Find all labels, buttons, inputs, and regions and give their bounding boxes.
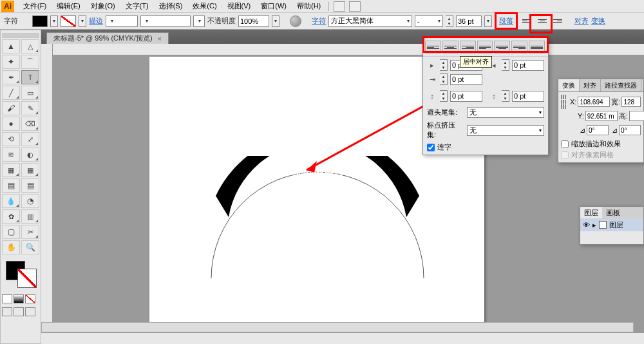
- perspective-tool[interactable]: ▦: [21, 163, 39, 177]
- align-pixel-checkbox[interactable]: 对齐像素网格: [561, 150, 641, 160]
- space-after-input[interactable]: [512, 91, 544, 102]
- draw-behind[interactable]: [14, 307, 24, 316]
- menu-edit[interactable]: 编辑(E): [52, 0, 86, 12]
- warp-tool[interactable]: ◐: [21, 148, 39, 162]
- brush-tool[interactable]: 🖌: [2, 101, 20, 115]
- stroke-swatch[interactable]: [61, 15, 76, 27]
- pencil-tool[interactable]: ✎: [21, 101, 39, 115]
- dock-handle[interactable]: [2, 33, 39, 38]
- slice-tool[interactable]: ✂: [21, 225, 39, 239]
- paragraph-link[interactable]: 段落: [495, 12, 518, 30]
- tab-transform[interactable]: 变换: [558, 79, 580, 91]
- draw-normal[interactable]: [2, 307, 12, 316]
- tab-layers[interactable]: 图层: [580, 207, 602, 218]
- menu-type[interactable]: 文字(T): [120, 0, 154, 12]
- visibility-icon[interactable]: 👁: [583, 221, 590, 229]
- size-spinner[interactable]: ▲▼: [446, 15, 453, 27]
- opacity-dd[interactable]: [272, 15, 279, 27]
- transform-link[interactable]: 变换: [591, 16, 605, 26]
- gradient-mode[interactable]: [14, 294, 24, 303]
- scale-strokes-input[interactable]: [561, 140, 569, 148]
- menu-select[interactable]: 选择(S): [154, 0, 188, 12]
- draw-inside[interactable]: [25, 307, 35, 316]
- menu-file[interactable]: 文件(F): [18, 0, 52, 12]
- layer-row[interactable]: 👁 ▸ 图层: [580, 218, 643, 231]
- arrange-icon[interactable]: [349, 1, 361, 12]
- menu-object[interactable]: 对象(O): [86, 0, 120, 12]
- indent-left-spin[interactable]: ▲▼: [440, 59, 448, 71]
- fill-stroke-control[interactable]: [3, 258, 39, 291]
- hand-tool[interactable]: ✋: [2, 240, 20, 254]
- scale-strokes-checkbox[interactable]: 缩放描边和效果: [561, 139, 641, 149]
- space-before-spin[interactable]: ▲▼: [440, 90, 448, 102]
- tab-align[interactable]: 对齐: [580, 79, 601, 91]
- gradient-tool[interactable]: ▤: [21, 178, 39, 193]
- align-right-button[interactable]: [551, 15, 564, 27]
- align-left-button[interactable]: [520, 15, 533, 27]
- recolor-icon[interactable]: [290, 15, 301, 27]
- font-family-select[interactable]: 方正大黑简体: [328, 15, 412, 27]
- para-justify-all[interactable]: [529, 41, 545, 53]
- rotate-tool[interactable]: ⟲: [2, 132, 20, 146]
- rectangle-tool[interactable]: ▭: [21, 86, 39, 100]
- expand-icon[interactable]: ▸: [592, 221, 596, 229]
- para-justify-center[interactable]: [494, 41, 510, 53]
- mesh-tool[interactable]: ▤: [2, 178, 20, 193]
- blend-tool[interactable]: ◔: [21, 194, 39, 208]
- graph-tool[interactable]: ▥: [21, 209, 39, 224]
- type-tool[interactable]: T: [21, 70, 39, 84]
- para-justify-right[interactable]: [511, 41, 527, 53]
- first-line-spin[interactable]: ▲▼: [440, 73, 448, 85]
- pen-tool[interactable]: ✒: [2, 70, 20, 84]
- var-width[interactable]: [140, 15, 191, 27]
- reference-point[interactable]: [561, 95, 566, 109]
- lasso-tool[interactable]: ⌒: [21, 55, 39, 69]
- shear-input[interactable]: [619, 125, 641, 135]
- x-input[interactable]: [578, 97, 610, 107]
- first-line-input[interactable]: [450, 74, 482, 85]
- fill-swatch[interactable]: [32, 15, 48, 27]
- direct-selection-tool[interactable]: △: [21, 39, 39, 53]
- blob-brush-tool[interactable]: ●: [2, 117, 20, 131]
- menu-window[interactable]: 窗口(W): [256, 0, 292, 12]
- space-before-input[interactable]: [450, 91, 482, 102]
- mojikumi-select[interactable]: 无: [467, 125, 544, 136]
- layer-name[interactable]: 图层: [609, 220, 623, 230]
- tab-artboards[interactable]: 画板: [602, 207, 624, 218]
- hyphenate-checkbox[interactable]: 连字: [427, 142, 544, 152]
- shape-builder-tool[interactable]: ▦: [2, 163, 20, 177]
- indent-right-spin[interactable]: ▲▼: [502, 59, 509, 71]
- para-align-right[interactable]: [460, 41, 476, 53]
- para-align-center[interactable]: [442, 41, 459, 53]
- magic-wand-tool[interactable]: ✦: [2, 55, 20, 69]
- scrollbar-horizontal[interactable]: [41, 322, 634, 332]
- indent-right-input[interactable]: [512, 60, 544, 71]
- color-mode[interactable]: [2, 294, 12, 303]
- layout-icon[interactable]: [334, 1, 345, 12]
- close-tab-icon[interactable]: ×: [158, 35, 162, 43]
- artboard-tool[interactable]: ▢: [2, 225, 20, 239]
- document-tab[interactable]: 未标题-5* @ 99% (CMYK/预览) ×: [46, 32, 169, 44]
- align-center-button[interactable]: [536, 15, 549, 27]
- kinsoku-select[interactable]: 无: [467, 107, 544, 118]
- stroke-dd[interactable]: [79, 15, 86, 27]
- fill-dd[interactable]: [50, 15, 58, 27]
- width-tool[interactable]: ≋: [2, 148, 20, 162]
- h-input[interactable]: [629, 111, 644, 121]
- tab-pathfinder[interactable]: 路径查找器: [601, 79, 641, 91]
- none-mode[interactable]: [25, 294, 35, 303]
- angle-input[interactable]: [587, 125, 609, 135]
- menu-view[interactable]: 视图(V): [222, 0, 256, 12]
- path-text-object[interactable]: ai教程之路径文字: [198, 156, 437, 311]
- menu-help[interactable]: 帮助(H): [292, 0, 326, 12]
- font-style-select[interactable]: -: [415, 15, 443, 27]
- selection-tool[interactable]: ▲: [2, 39, 20, 53]
- stroke-weight[interactable]: [106, 15, 138, 27]
- zoom-tool[interactable]: 🔍: [21, 240, 39, 254]
- char-link[interactable]: 字符: [312, 16, 326, 26]
- stroke-box[interactable]: [17, 269, 37, 288]
- font-size-input[interactable]: 36 pt: [456, 15, 482, 27]
- symbol-sprayer-tool[interactable]: ✿: [2, 209, 20, 224]
- hyphenate-input[interactable]: [427, 144, 435, 151]
- space-after-spin[interactable]: ▲▼: [502, 90, 509, 102]
